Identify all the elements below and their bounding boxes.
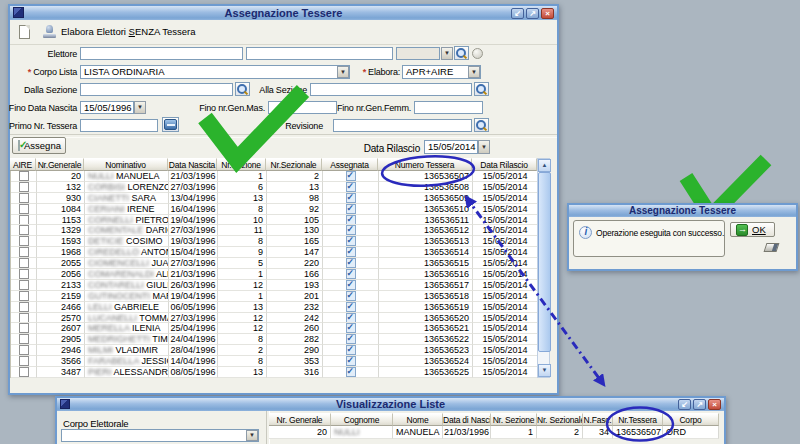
column-header-7[interactable]: Numero Tessera — [378, 158, 472, 171]
column-header-7[interactable]: Nr.Tessera — [613, 413, 663, 426]
maximize-icon[interactable]: ↗ — [693, 399, 706, 410]
column-header-4[interactable]: Nr. Sezione — [491, 413, 537, 426]
assegnata-checkbox[interactable] — [346, 313, 356, 323]
assegna-button[interactable]: Assegna — [12, 137, 66, 154]
aire-checkbox[interactable] — [19, 204, 29, 214]
aire-checkbox[interactable] — [19, 356, 29, 366]
column-header-1[interactable]: Cognome — [331, 413, 393, 426]
aire-checkbox[interactable] — [19, 313, 29, 323]
fino-gen-femm-field[interactable] — [414, 101, 483, 114]
alla-sezione-search-button[interactable] — [474, 82, 489, 96]
fino-data-nascita-dropdown-icon[interactable]: ▼ — [134, 101, 146, 114]
column-header-2[interactable]: Nominativo — [84, 158, 168, 171]
new-document-icon[interactable] — [19, 25, 30, 39]
assegnata-checkbox[interactable] — [346, 225, 356, 235]
elettore-info-button[interactable] — [472, 48, 483, 59]
table-row[interactable]: 2466LELLI GABRIELE06/05/1996132321365365… — [11, 302, 537, 313]
scroll-down-icon[interactable]: ▼ — [538, 364, 551, 377]
table-row[interactable]: 1329COMENTALE DARIO27/03/199611130136536… — [11, 225, 537, 236]
aire-checkbox[interactable] — [19, 302, 29, 312]
table-row[interactable]: 2055CIOMENCELLI JUAN C27/03/199652201365… — [11, 258, 537, 269]
alla-sezione-field[interactable] — [310, 83, 472, 96]
table-row[interactable]: 1153CORNELLI PIETRO19/04/199610105136536… — [11, 215, 537, 226]
assegnata-checkbox[interactable] — [346, 204, 356, 214]
table-row[interactable]: 2133CONTARELLI GIULIA26/03/1996121931365… — [11, 280, 537, 291]
table-row[interactable]: 1084CERIANI IRENE16/04/19968921365365101… — [11, 204, 537, 215]
elettore-search-button[interactable] — [454, 46, 469, 60]
primo-tessera-tool-button[interactable] — [162, 117, 179, 132]
column-header-8[interactable]: Corpo — [663, 413, 719, 426]
close-icon[interactable]: × — [541, 8, 554, 19]
column-header-0[interactable]: Nr. Generale — [269, 413, 331, 426]
table-row[interactable]: 930CIANETTI SARA13/04/199613981365365091… — [11, 193, 537, 204]
ok-button[interactable]: OK — [730, 222, 775, 237]
assegnata-checkbox[interactable] — [346, 302, 356, 312]
assegnata-checkbox[interactable] — [346, 236, 356, 246]
column-header-5[interactable]: Nr.Sezionale — [266, 158, 322, 171]
column-header-2[interactable]: Nome — [393, 413, 443, 426]
aire-checkbox[interactable] — [19, 334, 29, 344]
assegnata-checkbox[interactable] — [346, 171, 356, 181]
aire-checkbox[interactable] — [19, 236, 29, 246]
vertical-scrollbar[interactable]: ▲ ▼ — [537, 158, 550, 378]
assegnata-checkbox[interactable] — [346, 258, 356, 268]
fino-data-nascita-field[interactable]: 15/05/1996 — [80, 101, 134, 114]
elabora-senza-tessera-button[interactable]: Elabora Elettori SENZA Tessera — [43, 25, 195, 38]
table-row[interactable]: 3566FARABELLA JESSICA14/04/1996835313653… — [11, 356, 537, 367]
assegnata-checkbox[interactable] — [346, 345, 356, 355]
assegnata-checkbox[interactable] — [346, 193, 356, 203]
scrollbar-thumb[interactable] — [538, 172, 551, 352]
table-row[interactable]: 2159GUTINOCENTI MAR19/04/199612011365365… — [11, 291, 537, 302]
aire-checkbox[interactable] — [19, 225, 29, 235]
elettore-field-1[interactable] — [80, 47, 243, 60]
aire-checkbox[interactable] — [19, 247, 29, 257]
table-row[interactable]: 2607MERELLA ILENIA25/04/1996122601365365… — [11, 323, 537, 334]
close-icon[interactable]: × — [708, 399, 721, 410]
liste-title-bar[interactable]: Visualizzazione Liste ↙ ↗ × — [57, 398, 724, 411]
table-row[interactable]: 1968CIREDELLO ANTONIO15/04/1996914713653… — [11, 247, 537, 258]
aire-checkbox[interactable] — [19, 323, 29, 333]
assegnata-checkbox[interactable] — [346, 334, 356, 344]
aire-checkbox[interactable] — [19, 345, 29, 355]
table-row[interactable]: 2905MEDRIGHETTI TIMU24/04/19968282136536… — [11, 334, 537, 345]
table-row[interactable]: 20NULLI MANUELA21/03/19961213653650715/0… — [11, 171, 537, 182]
assegnata-checkbox[interactable] — [346, 291, 356, 301]
table-row[interactable]: 1593DETICIE COSIMO19/03/1996816513653651… — [11, 236, 537, 247]
table-row[interactable]: 2570LUCANELLI TOMMASO27/03/1996122421365… — [11, 313, 537, 324]
column-header-4[interactable]: Nr.Sezione — [217, 158, 266, 171]
minimize-icon[interactable]: ↙ — [678, 399, 691, 410]
aire-checkbox[interactable] — [19, 193, 29, 203]
assegnata-checkbox[interactable] — [346, 356, 356, 366]
assegnata-checkbox[interactable] — [346, 247, 356, 257]
table-row[interactable]: 20NULLIMANUELA21/03/19961234136536507ORD — [269, 426, 719, 439]
data-rilascio-field[interactable]: 15/05/2014 — [424, 140, 478, 154]
aire-checkbox[interactable] — [19, 171, 29, 181]
column-header-6[interactable]: Assegnata — [322, 158, 378, 171]
column-header-0[interactable]: AIRE — [10, 158, 36, 171]
column-header-8[interactable]: Data Rilascio — [472, 158, 537, 171]
assegnata-checkbox[interactable] — [346, 323, 356, 333]
column-header-3[interactable]: Data di Nascita — [443, 413, 491, 426]
aire-checkbox[interactable] — [19, 269, 29, 279]
aire-checkbox[interactable] — [19, 291, 29, 301]
corpo-elettorale-dropdown-icon[interactable]: ▼ — [246, 430, 258, 441]
primo-tessera-field[interactable] — [80, 119, 158, 132]
assegnata-checkbox[interactable] — [346, 367, 356, 377]
assegnata-checkbox[interactable] — [346, 215, 356, 225]
data-rilascio-dropdown-icon[interactable]: ▼ — [478, 140, 490, 154]
table-row[interactable]: 3487PIERI ALESSANDRO08/05/19961331613653… — [11, 367, 537, 378]
dalla-sezione-field[interactable] — [80, 83, 233, 96]
aire-checkbox[interactable] — [19, 367, 29, 377]
assegnata-checkbox[interactable] — [346, 182, 356, 192]
column-header-6[interactable]: N.Fasc. — [583, 413, 613, 426]
scroll-up-icon[interactable]: ▲ — [538, 159, 551, 172]
table-row[interactable]: 132CORBISI LORENZO27/03/1996613136536508… — [11, 182, 537, 193]
aire-checkbox[interactable] — [19, 182, 29, 192]
revisione-search-button[interactable] — [474, 118, 489, 132]
aire-checkbox[interactable] — [19, 215, 29, 225]
aire-checkbox[interactable] — [19, 258, 29, 268]
revisione-field[interactable] — [333, 119, 472, 132]
minimize-icon[interactable]: ↙ — [511, 8, 524, 19]
aire-checkbox[interactable] — [19, 280, 29, 290]
table-row[interactable]: 2946MILMI VLADIMIR28/04/1996229013653652… — [11, 345, 537, 356]
